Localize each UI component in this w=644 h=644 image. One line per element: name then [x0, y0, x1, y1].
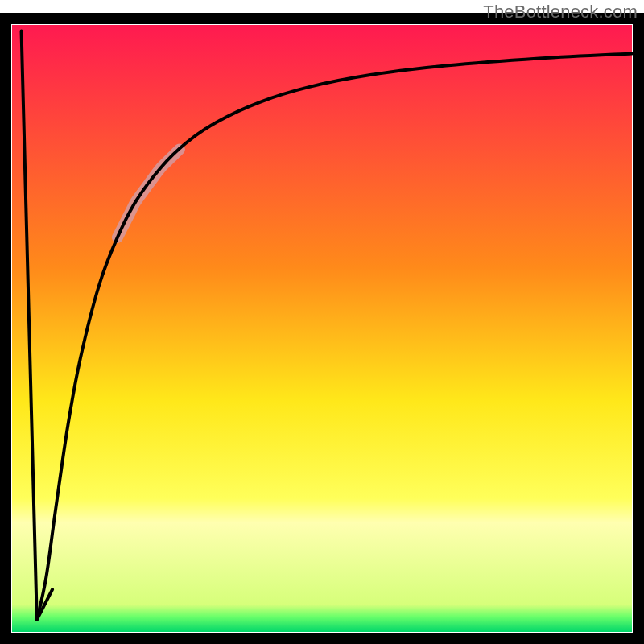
plot-area — [6, 19, 638, 638]
gradient-background — [12, 25, 632, 632]
watermark-label: TheBottleneck.com — [483, 2, 638, 23]
chart-container: TheBottleneck.com — [0, 0, 644, 644]
bottleneck-chart — [0, 0, 644, 644]
